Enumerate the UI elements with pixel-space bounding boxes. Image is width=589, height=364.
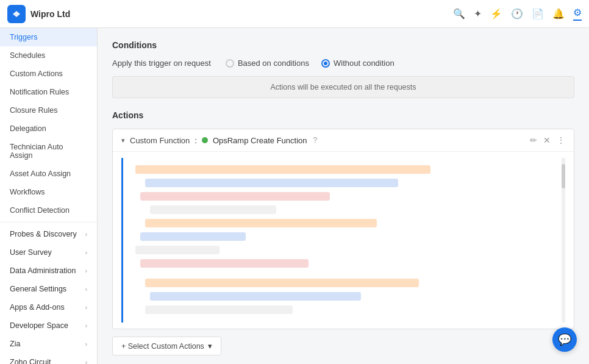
sidebar-item-technician-auto-assign[interactable]: Technician Auto Assign [0,138,97,165]
code-line [145,305,293,314]
app-logo [7,5,26,23]
conditions-title: Conditions [112,40,574,50]
sidebar-item-general-settings[interactable]: General Settings › [0,280,97,298]
sidebar-item-probes-discovery[interactable]: Probes & Discovery › [0,225,97,243]
chat-bubble-button[interactable]: 💬 [552,327,577,352]
sidebar-item-schedules[interactable]: Schedules [0,46,97,65]
code-line [145,179,398,187]
sidebar: Triggers Schedules Custom Actions Notifi… [0,28,98,364]
main-content: Conditions Apply this trigger on request… [98,28,589,364]
chevron-right-icon: › [85,304,87,311]
search-icon[interactable]: 🔍 [453,8,465,20]
footer-actions: Save Cancel [112,355,574,364]
document-icon[interactable]: 📄 [532,8,544,20]
edit-icon[interactable]: ✏ [530,135,537,145]
action-type-label: Custom Function [130,136,190,145]
code-line [135,246,220,254]
help-icon[interactable]: ? [313,136,318,145]
chevron-right-icon: › [85,359,87,365]
app-title: Wipro Ltd [30,9,70,19]
chevron-right-icon: › [85,341,87,348]
topbar-icons: 🔍 ✦ ⚡ 🕐 📄 🔔 ⚙ [453,7,582,21]
sidebar-item-workflows[interactable]: Workflows [0,183,97,201]
star-icon[interactable]: ✦ [474,8,482,20]
bolt-icon[interactable]: ⚡ [490,8,502,20]
chevron-right-icon: › [85,249,87,256]
radio-dot-without [321,59,330,68]
info-bar: Actions will be executed on all the requ… [112,76,574,98]
radio-group: Based on conditions Without condition [226,59,394,68]
status-dot-icon [202,137,208,143]
code-line [140,192,330,201]
code-line [145,219,377,227]
chat-icon: 💬 [558,333,571,346]
more-icon[interactable]: ⋮ [557,135,565,145]
bell-icon[interactable]: 🔔 [552,8,565,20]
close-icon[interactable]: ✕ [543,135,551,145]
scrollbar[interactable] [562,158,565,323]
code-line [150,292,361,301]
sidebar-item-asset-auto-assign[interactable]: Asset Auto Assign [0,165,97,183]
sidebar-item-user-survey[interactable]: User Survey › [0,243,97,262]
chevron-right-icon: › [85,268,87,274]
code-line [140,259,309,268]
chevron-down-icon: ▾ [208,341,212,351]
chevron-right-icon: › [85,323,87,329]
apply-trigger-label: Apply this trigger on request [112,59,211,68]
sidebar-item-apps-addons[interactable]: Apps & Add-ons › [0,298,97,316]
sidebar-item-custom-actions[interactable]: Custom Actions [0,65,97,83]
code-line [135,165,430,174]
settings-icon[interactable]: ⚙ [573,7,582,21]
code-editor [121,158,565,323]
chevron-right-icon: › [85,286,87,293]
radio-dot-conditions [226,59,234,68]
clock-icon[interactable]: 🕐 [511,8,523,20]
sidebar-item-closure-rules[interactable]: Closure Rules [0,101,97,120]
action-tools: ✏ ✕ ⋮ [530,135,565,145]
sidebar-item-triggers[interactable]: Triggers [0,28,97,46]
sidebar-item-notification-rules[interactable]: Notification Rules [0,83,97,101]
sidebar-item-zia[interactable]: Zia › [0,335,97,353]
conditions-row: Apply this trigger on request Based on c… [112,59,574,68]
sidebar-item-developer-space[interactable]: Developer Space › [0,316,97,335]
radio-without-condition[interactable]: Without condition [321,59,394,68]
code-line [145,279,419,287]
topbar: Wipro Ltd 🔍 ✦ ⚡ 🕐 📄 🔔 ⚙ [0,0,589,28]
action-header: ▾ Custom Function : OpsRamp Create Funct… [113,129,574,152]
chevron-right-icon: › [85,231,87,238]
radio-based-on-conditions[interactable]: Based on conditions [226,59,309,68]
sidebar-item-zoho-circuit[interactable]: Zoho Circuit › [0,353,97,364]
sidebar-item-data-administration[interactable]: Data Administration › [0,262,97,280]
function-name: OpsRamp Create Function [213,136,307,145]
collapse-chevron-icon[interactable]: ▾ [121,137,125,145]
sidebar-item-delegation[interactable]: Delegation [0,120,97,138]
sidebar-item-conflict-detection[interactable]: Conflict Detection [0,201,97,219]
actions-title: Actions [112,110,574,120]
code-line [140,232,246,241]
actions-box: ▾ Custom Function : OpsRamp Create Funct… [112,129,574,329]
code-line [150,205,276,214]
select-custom-actions-button[interactable]: + Select Custom Actions ▾ [112,337,221,355]
